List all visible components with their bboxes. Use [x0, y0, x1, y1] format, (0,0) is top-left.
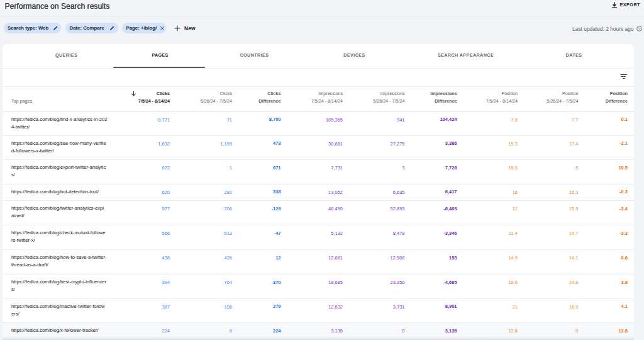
- svg-text:?: ?: [638, 26, 640, 30]
